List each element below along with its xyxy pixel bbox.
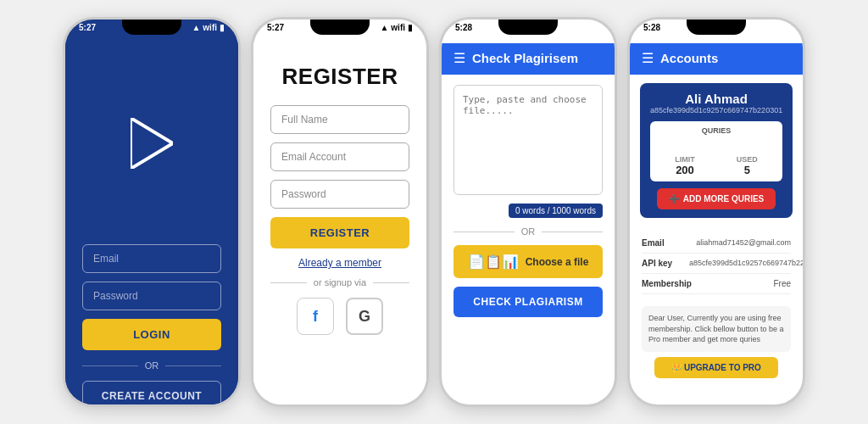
facebook-button[interactable]: f: [297, 298, 334, 335]
check-plagiarism-title: Check Plagirisem: [472, 51, 578, 65]
plus-icon: ➕: [669, 194, 679, 204]
accounts-header: ☰ Accounts: [630, 43, 803, 75]
already-member-link[interactable]: Already a member: [298, 257, 381, 269]
svg-marker-0: [131, 118, 173, 169]
choose-file-button[interactable]: 📄📋📊 Choose a file: [453, 245, 603, 278]
signal-icon-3: ▲: [585, 23, 593, 32]
membership-detail-label: Membership: [642, 279, 692, 288]
membership-row: Membership Free: [642, 274, 791, 294]
google-button[interactable]: G: [346, 298, 383, 335]
api-detail-value: a85cfe399d5d1c9257c669747b220301: [689, 259, 791, 268]
accounts-content: Ali Ahmad a85cfe399d5d1c9257c669747b2203…: [630, 83, 803, 378]
logo-area: [126, 50, 177, 244]
status-icons-2: ▲ wifi ▮: [380, 23, 413, 32]
time-1: 5:27: [79, 23, 96, 32]
time-4: 5:28: [643, 23, 660, 32]
check-plagiarism-content: 0 words / 1000 words OR 📄📋📊 Choose a fil…: [442, 75, 615, 327]
membership-detail-value: Free: [773, 279, 791, 288]
fullname-input[interactable]: [270, 105, 409, 134]
api-detail-label: API key: [642, 259, 672, 268]
time-3: 5:28: [455, 23, 472, 32]
email-detail-label: Email: [642, 238, 665, 248]
account-details: Email aliahmad71452@gmail.com API key a8…: [630, 226, 803, 301]
signal-icon: ▲: [192, 23, 200, 32]
battery-icon: ▮: [220, 23, 225, 32]
time-2: 5:27: [267, 23, 284, 32]
social-buttons: f G: [297, 298, 383, 335]
email-input[interactable]: [82, 244, 221, 273]
queries-title: QURIES: [660, 126, 772, 135]
or-divider-p3: OR: [453, 226, 603, 237]
phone-register: 5:27 ▲ wifi ▮ REGISTER REGISTER Already …: [251, 17, 429, 407]
file-icons: 📄📋📊: [468, 254, 519, 270]
limit-label: LIMIT: [675, 155, 695, 164]
status-bar-2: 5:27 ▲ wifi ▮: [253, 20, 426, 43]
phone-accounts: 5:28 ▲ ▮ ☰ Accounts Ali Ahmad a85cfe399d…: [627, 17, 805, 407]
register-button[interactable]: REGISTER: [270, 217, 409, 248]
or-divider: OR: [82, 360, 221, 371]
register-title: REGISTER: [282, 64, 398, 90]
login-content: LOGIN OR CREATE ACCOUNT: [65, 43, 238, 407]
used-label: USED: [737, 155, 758, 164]
status-icons-3: ▲ ▮: [585, 23, 601, 32]
email-detail-value: aliahmad71452@gmail.com: [696, 238, 791, 248]
email-row: Email aliahmad71452@gmail.com: [642, 233, 791, 254]
email-account-input[interactable]: [270, 142, 409, 171]
battery-icon-3: ▮: [596, 23, 601, 32]
register-content: REGISTER REGISTER Already a member or si…: [253, 43, 426, 407]
user-info-card: Ali Ahmad a85cfe399d5d1c9257c669747b2203…: [640, 83, 793, 218]
queries-box: QURIES LIMIT 200 USED 5: [650, 121, 782, 181]
status-bar-1: 5:27 ▲ wifi ▮: [65, 20, 238, 43]
add-queries-button[interactable]: ➕ ADD MORE QURIES: [657, 188, 776, 209]
phone-login: 5:27 ▲ wifi ▮ LOGIN OR CREATE ACCOUNT: [63, 17, 241, 407]
app-logo: [126, 118, 177, 169]
check-plagiarism-button[interactable]: CHECK PLAGIARISM: [453, 287, 603, 317]
limit-value: 200: [676, 164, 694, 176]
status-bar-4: 5:28 ▲ ▮: [630, 20, 803, 43]
crown-icon: 👑: [671, 363, 684, 372]
plagiarism-text-input[interactable]: [453, 85, 603, 195]
login-button[interactable]: LOGIN: [82, 319, 221, 350]
notice-box: Dear User, Currently you are using free …: [642, 306, 791, 352]
user-name: Ali Ahmad: [650, 92, 782, 106]
accounts-title: Accounts: [660, 51, 718, 65]
status-icons-1: ▲ wifi ▮: [192, 23, 225, 32]
wifi-icon: wifi: [203, 23, 217, 32]
hamburger-icon[interactable]: ☰: [453, 50, 465, 66]
signal-icon-4: ▲: [773, 23, 782, 32]
queries-used-col: USED 5: [737, 155, 758, 176]
or-signup-divider: or signup via: [270, 277, 409, 287]
battery-icon-4: ▮: [784, 23, 789, 32]
queries-limit-col: LIMIT 200: [675, 155, 695, 176]
reg-password-input[interactable]: [270, 180, 409, 209]
word-count-badge: 0 words / 1000 words: [509, 204, 603, 218]
api-row: API key a85cfe399d5d1c9257c669747b220301: [642, 254, 791, 274]
upgrade-button[interactable]: 👑 UPGRADE TO PRO: [654, 357, 778, 378]
status-icons-4: ▲ ▮: [773, 23, 789, 32]
wifi-icon-2: wifi: [391, 23, 405, 32]
phone-check-plagiarism: 5:28 ▲ ▮ ☰ Check Plagirisem 0 words / 10…: [439, 17, 617, 407]
used-value: 5: [744, 164, 750, 176]
status-bar-3: 5:28 ▲ ▮: [442, 20, 615, 43]
battery-icon-2: ▮: [408, 23, 413, 32]
create-account-button[interactable]: CREATE ACCOUNT: [82, 381, 221, 407]
accounts-hamburger-icon[interactable]: ☰: [642, 50, 654, 66]
user-api-id: a85cfe399d5d1c9257c669747b220301: [650, 106, 782, 114]
check-plagiarism-header: ☰ Check Plagirisem: [442, 43, 615, 75]
password-input[interactable]: [82, 282, 221, 310]
signal-icon-2: ▲: [380, 23, 388, 32]
